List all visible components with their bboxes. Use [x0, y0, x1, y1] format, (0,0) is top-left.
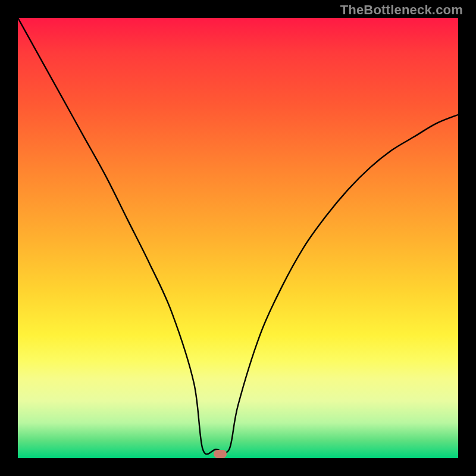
- watermark-text: TheBottleneck.com: [340, 2, 463, 18]
- bottleneck-curve: [18, 18, 458, 458]
- minimum-marker: [214, 450, 227, 458]
- plot-area: [18, 18, 458, 458]
- chart-frame: TheBottleneck.com: [0, 0, 476, 476]
